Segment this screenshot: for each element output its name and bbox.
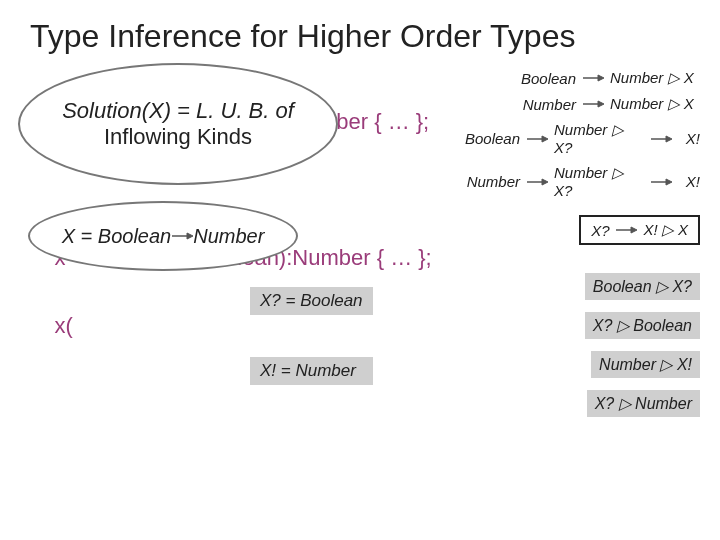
flow-res: X!	[678, 173, 700, 190]
flow-res: X!	[678, 130, 700, 147]
arrow-icon	[650, 177, 672, 187]
callout-lub-line2: Inflowing Kinds	[104, 124, 252, 150]
svg-marker-7	[542, 136, 548, 142]
flow-rhs: Number ▷ X	[610, 95, 700, 113]
flow-lhs: Number	[520, 96, 576, 113]
svg-marker-13	[666, 179, 672, 185]
solution-x-rhs: Number	[193, 225, 264, 248]
relation-chip: X? ▷ Number	[587, 390, 700, 417]
callout-solution-x: X = Boolean Number	[28, 201, 298, 271]
arrow-icon	[615, 225, 637, 235]
solution-xq: X? = Boolean	[250, 287, 373, 315]
flow-row: Number Number ▷ X? X!	[470, 164, 700, 199]
svg-marker-5	[598, 101, 604, 107]
arrow-icon	[582, 99, 604, 109]
relation-chip: X? ▷ Boolean	[585, 312, 700, 339]
boxed-rhs: X! ▷ X	[643, 221, 688, 239]
arrow-icon	[526, 134, 548, 144]
solution-xe: X! = Number	[250, 357, 373, 385]
slide-title: Type Inference for Higher Order Types	[0, 0, 720, 61]
svg-marker-3	[598, 75, 604, 81]
flow-lhs: Boolean	[520, 70, 576, 87]
flow-rhs: Number ▷ X?	[554, 164, 644, 199]
arrow-icon	[650, 134, 672, 144]
callout-lub-line1: Solution(X) = L. U. B. of	[62, 98, 294, 124]
solution-stack: X? = Boolean X! = Number	[250, 287, 373, 385]
flow-rhs: Number ▷ X?	[554, 121, 644, 156]
boxed-flow: X? X! ▷ X	[579, 215, 700, 245]
flow-lhs: Boolean	[464, 130, 520, 147]
relation-stack: Boolean ▷ X? X? ▷ Boolean Number ▷ X! X?…	[500, 273, 700, 417]
arrow-icon	[582, 73, 604, 83]
svg-marker-11	[542, 179, 548, 185]
solution-x-lhs: X = Boolean	[62, 225, 172, 248]
flow-rhs: Number ▷ X	[610, 69, 700, 87]
callout-lub-var: Solution(X)	[62, 98, 171, 123]
arrow-icon	[171, 231, 193, 241]
boxed-flow-row: X? X! ▷ X	[470, 215, 700, 245]
flow-row: Boolean Number ▷ X? X!	[470, 121, 700, 156]
callout-lub: Solution(X) = L. U. B. of Inflowing Kind…	[18, 63, 338, 185]
slide-content: x = function (x:Number):Number { … }; sp…	[0, 61, 720, 531]
relation-chip: Number ▷ X!	[591, 351, 700, 378]
relation-chip: Boolean ▷ X?	[585, 273, 700, 300]
boxed-lhs: X?	[591, 222, 609, 239]
flow-row: Number Number ▷ X	[470, 95, 700, 113]
callout-lub-eq: = L. U. B. of	[171, 98, 294, 123]
flow-rows: Boolean Number ▷ X Number Number ▷ X Boo…	[470, 69, 700, 245]
code-line-3: x(	[54, 313, 72, 338]
flow-row: Boolean Number ▷ X	[470, 69, 700, 87]
svg-marker-9	[666, 136, 672, 142]
arrow-icon	[526, 177, 548, 187]
flow-lhs: Number	[464, 173, 520, 190]
svg-marker-15	[631, 227, 637, 233]
